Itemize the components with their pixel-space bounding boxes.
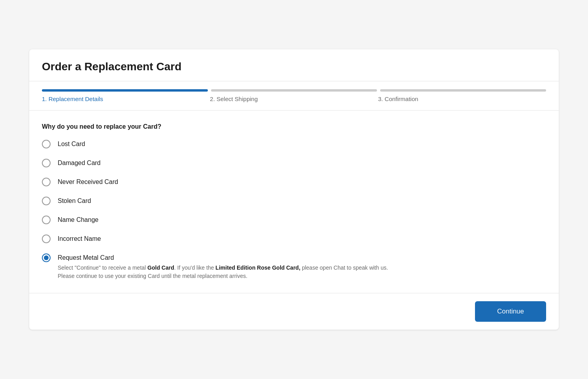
radio-circle-name-change: [42, 216, 51, 224]
option-name-change[interactable]: Name Change: [42, 216, 546, 225]
option-request-metal-card-content: Request Metal Card Select "Continue" to …: [58, 253, 388, 280]
step-label-1: 1. Replacement Details: [42, 96, 210, 102]
option-request-metal-card-description: Select "Continue" to receive a metal Gol…: [58, 264, 388, 280]
radio-circle-incorrect-name: [42, 235, 51, 243]
option-name-change-label: Name Change: [58, 216, 98, 223]
option-stolen-card-label: Stolen Card: [58, 197, 91, 204]
option-lost-card-label: Lost Card: [58, 141, 85, 147]
card-footer: Continue: [29, 293, 559, 330]
progress-section: 1. Replacement Details 2. Select Shippin…: [29, 81, 559, 111]
option-name-change-content: Name Change: [58, 216, 98, 224]
radio-wrapper-request-metal-card: [42, 253, 51, 263]
continue-button[interactable]: Continue: [475, 301, 546, 322]
option-lost-card[interactable]: Lost Card: [42, 140, 546, 149]
radio-wrapper-lost-card: [42, 140, 51, 149]
progress-bar-step-2: [211, 89, 377, 92]
radio-wrapper-never-received-card: [42, 178, 51, 187]
option-stolen-card-content: Stolen Card: [58, 197, 91, 205]
radio-wrapper-stolen-card: [42, 197, 51, 206]
option-damaged-card-content: Damaged Card: [58, 159, 101, 167]
option-lost-card-content: Lost Card: [58, 140, 85, 148]
card-header: Order a Replacement Card: [29, 49, 559, 81]
option-incorrect-name-content: Incorrect Name: [58, 235, 101, 243]
option-request-metal-card[interactable]: Request Metal Card Select "Continue" to …: [42, 253, 546, 280]
option-incorrect-name-label: Incorrect Name: [58, 235, 101, 242]
radio-circle-lost-card: [42, 140, 51, 148]
step-label-2: 2. Select Shipping: [210, 96, 378, 102]
option-never-received-card[interactable]: Never Received Card: [42, 178, 546, 187]
option-damaged-card[interactable]: Damaged Card: [42, 159, 546, 168]
option-never-received-card-content: Never Received Card: [58, 178, 118, 186]
option-stolen-card[interactable]: Stolen Card: [42, 197, 546, 206]
progress-bar-step-3: [380, 89, 546, 92]
radio-circle-request-metal-card: [42, 253, 51, 262]
radio-circle-stolen-card: [42, 197, 51, 205]
main-card: Order a Replacement Card 1. Replacement …: [29, 49, 559, 330]
page-title: Order a Replacement Card: [42, 60, 546, 73]
radio-circle-damaged-card: [42, 159, 51, 167]
option-never-received-card-label: Never Received Card: [58, 178, 118, 185]
option-incorrect-name[interactable]: Incorrect Name: [42, 235, 546, 244]
radio-wrapper-incorrect-name: [42, 235, 51, 244]
radio-wrapper-name-change: [42, 216, 51, 225]
progress-bar-step-1: [42, 89, 208, 92]
radio-circle-never-received-card: [42, 178, 51, 186]
step-label-3: 3. Confirmation: [378, 96, 546, 102]
progress-bars: [42, 89, 546, 92]
form-question: Why do you need to replace your Card?: [42, 123, 546, 130]
step-labels: 1. Replacement Details 2. Select Shippin…: [42, 96, 546, 102]
option-damaged-card-label: Damaged Card: [58, 159, 101, 166]
option-request-metal-card-label: Request Metal Card: [58, 254, 114, 261]
main-content: Why do you need to replace your Card? Lo…: [29, 111, 559, 293]
radio-wrapper-damaged-card: [42, 159, 51, 168]
